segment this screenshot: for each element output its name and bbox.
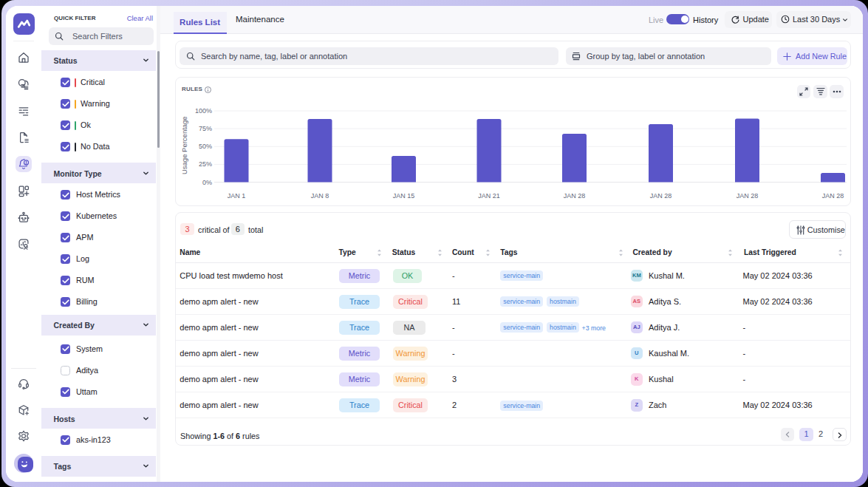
svg-text:JAN 8: JAN 8 (311, 192, 329, 200)
svg-text:JAN 1: JAN 1 (228, 192, 246, 200)
svg-text:Usage Percentage: Usage Percentage (180, 116, 188, 174)
svg-text:JAN 28: JAN 28 (650, 192, 672, 200)
svg-text:JAN 28: JAN 28 (737, 192, 759, 200)
svg-text:JAN 28: JAN 28 (822, 192, 844, 200)
svg-text:25%: 25% (199, 160, 212, 168)
svg-text:JAN 21: JAN 21 (478, 192, 500, 200)
svg-text:50%: 50% (199, 143, 212, 150)
svg-text:75%: 75% (199, 125, 212, 132)
svg-text:JAN 15: JAN 15 (393, 192, 415, 200)
svg-text:JAN 28: JAN 28 (564, 192, 586, 200)
svg-text:0%: 0% (202, 179, 212, 186)
svg-text:100%: 100% (195, 107, 212, 115)
